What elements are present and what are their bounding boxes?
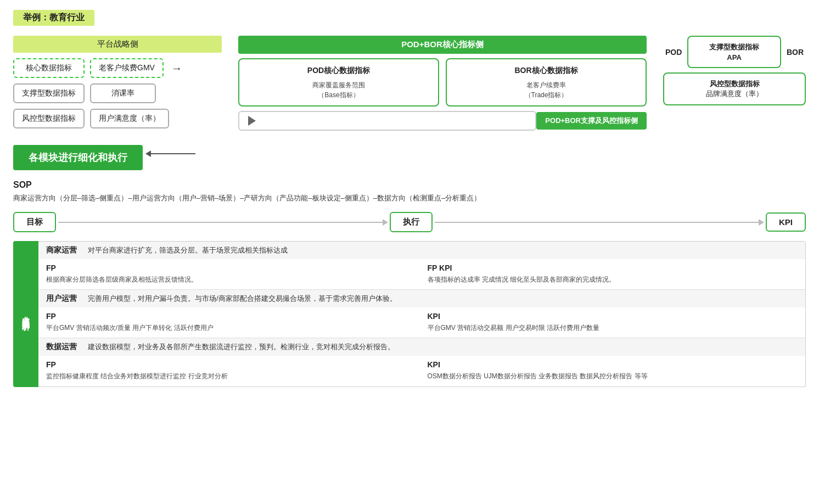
- gek-kpi: KPI: [766, 212, 806, 232]
- platform-value-2: 消课率: [90, 83, 156, 103]
- pod-box: POD核心数据指标 商家覆盖服务范围 （Base指标）: [238, 58, 439, 107]
- pod-box-title: POD核心数据指标: [245, 66, 433, 76]
- module-fp-title-2: FP: [46, 312, 417, 321]
- module-desc-1: 对平台商家进行扩充，筛选及分层。基于场景完成相关指标达成: [88, 245, 288, 255]
- module-kpi-title-2: KPI: [428, 312, 798, 321]
- module-detail-3: FP 监控指标健康程度 结合业务对数据模型进行监控 行业竞对分析 KPI OSM…: [38, 356, 805, 386]
- arrow-left-line: [146, 153, 195, 154]
- ri-top-sub: APA: [694, 53, 775, 61]
- pod-box-sub2: （Base指标）: [245, 90, 433, 100]
- pod-bor-main: POD核心数据指标 商家覆盖服务范围 （Base指标） BOR核心数据指标 老客…: [238, 58, 647, 107]
- platform-rows: 核心数据指标 老客户续费GMV → 支撑型数据指标 消课率 风控型数据指标 用户…: [13, 58, 222, 128]
- module-fp-1: FP 根据商家分层筛选各层级商家及相抵运营反馈情况。: [46, 264, 417, 285]
- module-fp-2: FP 平台GMV 营销活动频次/质量 用户下单转化 活跃付费用户: [46, 312, 417, 333]
- ri-top-title: 支撑型数据指标: [694, 42, 775, 52]
- sop-section: SOP 商家运营方向（分层–筛选–侧重点）–用户运营方向（用户–营销–场景）–产…: [13, 180, 806, 204]
- arrow-right-1: →: [171, 62, 182, 75]
- top-section: 平台战略侧 核心数据指标 老客户续费GMV → 支撑型数据指标 消课率 风控型数…: [13, 36, 806, 131]
- right-indicators: POD 支撑型数据指标 APA BOR 风控型数据指标 品牌满意度（率）: [663, 36, 806, 105]
- module-header-1: 商家运营 对平台商家进行扩充，筛选及分层。基于场景完成相关指标达成: [38, 242, 805, 259]
- arrow-left-head: [145, 150, 151, 157]
- gek-arrow-1: [58, 222, 388, 223]
- module-kpi-text-2: 平台GMV 营销活动交易额 用户交易时限 活跃付费用户数量: [428, 323, 798, 333]
- platform-value-1: 老客户续费GMV: [90, 58, 164, 78]
- platform-label-1: 核心数据指标: [13, 58, 85, 78]
- module-kpi-2: KPI 平台GMV 营销活动交易额 用户交易时限 活跃付费用户数量: [428, 312, 798, 333]
- module-kpi-1: FP KPI 各项指标的达成率 完成情况 细化至头部及各部商家的完成情况。: [428, 264, 798, 285]
- ri-pod-label: POD: [663, 36, 684, 68]
- page-title: 举例：教育行业: [13, 10, 94, 26]
- ri-bor-label: BOR: [784, 36, 806, 68]
- module-fp-title-3: FP: [46, 360, 417, 369]
- gek-execute: 执行: [390, 212, 433, 232]
- pod-box-sub1: 商家覆盖服务范围: [245, 80, 433, 90]
- platform-value-3: 用户满意度（率）: [90, 109, 169, 128]
- ri-bottom-title: 风控型数据指标: [670, 79, 799, 89]
- pod-bor-bottom: POD+BOR支撑及风控指标侧: [238, 111, 647, 131]
- module-detail-2: FP 平台GMV 营销活动频次/质量 用户下单转化 活跃付费用户 KPI 平台G…: [38, 307, 805, 338]
- module-name-3: 数据运营: [46, 342, 79, 352]
- module-fp-text-3: 监控指标健康程度 结合业务对数据模型进行监控 行业竞对分析: [46, 371, 417, 382]
- action-banner: 各模块进行细化和执行: [13, 145, 143, 170]
- action-banner-row: 各模块进行细化和执行: [13, 137, 806, 170]
- sop-title: SOP: [13, 180, 806, 190]
- gek-goal: 目标: [13, 212, 56, 232]
- platform-row-3: 风控型数据指标 用户满意度（率）: [13, 109, 222, 128]
- module-desc-3: 建设数据模型，对业务及各部所产生数据流进行监控，预判。检测行业，竞对相关完成分析…: [88, 342, 395, 352]
- pod-bor-section: POD+BOR核心指标侧 POD核心数据指标 商家覆盖服务范围 （Base指标）…: [238, 36, 647, 131]
- gek-arrow-2: [435, 222, 764, 223]
- module-kpi-3: KPI OSM数据分析报告 UJM数据分析报告 业务数据报告 数据风控分析报告 …: [428, 360, 798, 382]
- module-fp-3: FP 监控指标健康程度 结合业务对数据模型进行监控 行业竞对分析: [46, 360, 417, 382]
- biz-content: 商家运营 对平台商家进行扩充，筛选及分层。基于场景完成相关指标达成 FP 根据商…: [38, 241, 806, 387]
- module-fp-title-1: FP: [46, 264, 417, 272]
- ri-bottom-box: 风控型数据指标 品牌满意度（率）: [663, 72, 806, 105]
- pod-bor-title: POD+BOR核心指标侧: [238, 36, 647, 54]
- sop-text: 商家运营方向（分层–筛选–侧重点）–用户运营方向（用户–营销–场景）–产研方向（…: [13, 192, 806, 204]
- bor-box-title: BOR核心数据指标: [452, 66, 640, 76]
- bor-box-sub1: 老客户续费率: [452, 80, 640, 90]
- module-header-3: 数据运营 建设数据模型，对业务及各部所产生数据流进行监控，预判。检测行业，竞对相…: [38, 338, 805, 356]
- ri-top-box: 支撑型数据指标 APA: [687, 36, 781, 68]
- module-kpi-title-3: KPI: [428, 360, 798, 369]
- platform-side: 平台战略侧 核心数据指标 老客户续费GMV → 支撑型数据指标 消课率 风控型数…: [13, 36, 222, 128]
- pod-bor-bottom-right: POD+BOR支撑及风控指标侧: [536, 112, 647, 130]
- platform-row-1: 核心数据指标 老客户续费GMV →: [13, 58, 222, 78]
- bor-box-sub2: （Trade指标）: [452, 90, 640, 100]
- module-row-3: 数据运营 建设数据模型，对业务及各部所产生数据流进行监控，预判。检测行业，竞对相…: [38, 338, 805, 386]
- module-kpi-title-1: FP KPI: [428, 264, 798, 272]
- platform-label-3: 风控型数据指标: [13, 109, 85, 128]
- biz-section: 业务模块架构解析 商家运营 对平台商家进行扩充，筛选及分层。基于场景完成相关指标…: [13, 241, 806, 387]
- triangle-icon: [248, 116, 256, 126]
- module-row-1: 商家运营 对平台商家进行扩充，筛选及分层。基于场景完成相关指标达成 FP 根据商…: [38, 242, 805, 290]
- ri-top-row: POD 支撑型数据指标 APA BOR: [663, 36, 806, 68]
- module-row-2: 用户运营 完善用户模型，对用户漏斗负责。与市场/商家部配合搭建交易撮合场景，基于…: [38, 290, 805, 338]
- module-header-2: 用户运营 完善用户模型，对用户漏斗负责。与市场/商家部配合搭建交易撮合场景，基于…: [38, 290, 805, 307]
- module-name-2: 用户运营: [46, 294, 79, 304]
- gek-row: 目标 执行 KPI: [13, 212, 806, 232]
- module-desc-2: 完善用户模型，对用户漏斗负责。与市场/商家部配合搭建交易撮合场景，基于需求完善用…: [88, 294, 397, 304]
- biz-left-label-text: 业务模块架构解析: [21, 310, 31, 318]
- module-kpi-text-3: OSM数据分析报告 UJM数据分析报告 业务数据报告 数据风控分析报告 等等: [428, 371, 798, 382]
- module-kpi-text-1: 各项指标的达成率 完成情况 细化至头部及各部商家的完成情况。: [428, 275, 798, 285]
- ri-bottom-sub: 品牌满意度（率）: [670, 89, 799, 99]
- platform-title: 平台战略侧: [13, 36, 222, 53]
- pod-bor-bottom-left: [238, 111, 536, 131]
- module-fp-text-2: 平台GMV 营销活动频次/质量 用户下单转化 活跃付费用户: [46, 323, 417, 333]
- module-detail-1: FP 根据商家分层筛选各层级商家及相抵运营反馈情况。 FP KPI 各项指标的达…: [38, 259, 805, 289]
- platform-row-2: 支撑型数据指标 消课率: [13, 83, 222, 103]
- bor-box: BOR核心数据指标 老客户续费率 （Trade指标）: [446, 58, 647, 107]
- module-name-1: 商家运营: [46, 245, 79, 255]
- platform-label-2: 支撑型数据指标: [13, 83, 85, 103]
- biz-left-label: 业务模块架构解析: [13, 241, 38, 387]
- module-fp-text-1: 根据商家分层筛选各层级商家及相抵运营反馈情况。: [46, 275, 417, 285]
